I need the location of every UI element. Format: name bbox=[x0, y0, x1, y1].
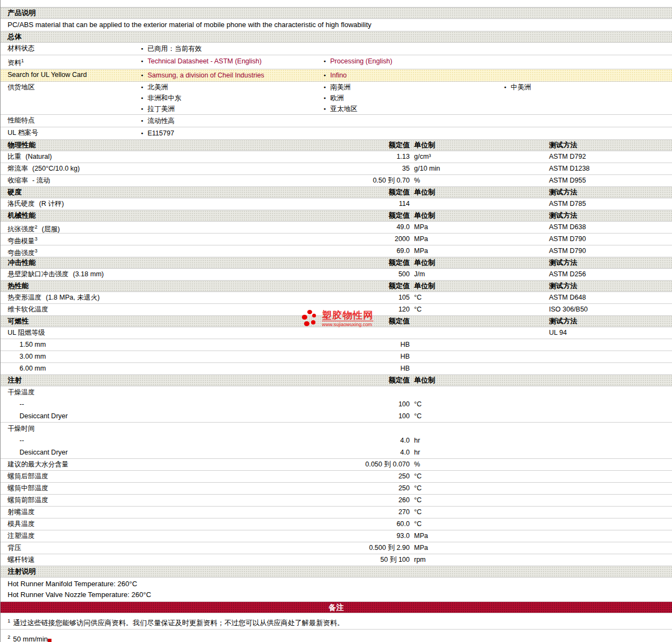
bullet-text: 流动性高 bbox=[147, 117, 175, 125]
bullet-text: E115797 bbox=[147, 129, 174, 137]
method-header bbox=[545, 375, 672, 386]
section-title: 机械性能 bbox=[1, 210, 345, 221]
rated-value-header: 额定值 bbox=[345, 140, 410, 151]
test-method: ASTM D648 bbox=[545, 292, 672, 303]
group-label-text: 干燥温度 bbox=[8, 388, 35, 396]
property-value: 0.50 到 0.70 bbox=[345, 175, 410, 186]
info-row: 材料状态已商用：当前有效 bbox=[1, 43, 672, 55]
property-label-text: 弯曲强度 bbox=[8, 249, 35, 257]
section-title-text: 冲击性能 bbox=[8, 258, 36, 267]
property-unit: °C bbox=[410, 304, 545, 315]
info-label: Search for UL Yellow Card bbox=[1, 69, 134, 81]
group-label-text: 干燥时间 bbox=[8, 425, 35, 432]
property-row: 螺筒后部温度250°C bbox=[1, 471, 672, 483]
infino-link[interactable]: Infino bbox=[330, 72, 347, 79]
property-unit: °C bbox=[410, 292, 545, 303]
bullet-item: 已商用：当前有效 bbox=[141, 43, 316, 55]
property-unit: g/cm³ bbox=[410, 151, 545, 163]
section-title-text: 注射 bbox=[8, 376, 22, 384]
logo-dots-icon bbox=[302, 310, 319, 328]
property-value: 93.0 bbox=[345, 530, 410, 542]
info-label: UL 档案号 bbox=[1, 127, 134, 139]
info-label: 性能特点 bbox=[1, 115, 134, 127]
property-value: 100 bbox=[345, 410, 410, 422]
property-unit: rpm bbox=[410, 554, 545, 566]
property-label-text: 射嘴温度 bbox=[8, 508, 35, 516]
columns-header: 物理性能额定值单位制测试方法 bbox=[1, 140, 672, 151]
unit-header: 单位制 bbox=[410, 140, 545, 151]
bullet-item: Processing (English) bbox=[324, 55, 497, 67]
test-method bbox=[545, 339, 672, 351]
property-label-text: 收缩率 bbox=[8, 177, 28, 184]
property-unit: MPa bbox=[410, 542, 545, 554]
property-label-text: 比重 bbox=[8, 153, 21, 160]
section-title-text: 可燃性 bbox=[8, 317, 29, 325]
property-note: (1.8 MPa, 未退火) bbox=[46, 294, 100, 301]
bullet-item: Samsung, a division of Cheil Industries bbox=[141, 69, 316, 81]
superscript-ref: 2 bbox=[35, 224, 37, 230]
property-subrow: --100°C bbox=[1, 398, 672, 410]
unit-header: 单位制 bbox=[410, 257, 545, 268]
property-label-text: -- bbox=[20, 437, 24, 444]
property-row: 洛氏硬度(R 计秤)114ASTM D785 bbox=[1, 198, 672, 210]
unit-header: 单位制 bbox=[410, 187, 545, 198]
property-unit: °C bbox=[410, 471, 545, 482]
property-value: 250 bbox=[345, 471, 410, 482]
property-row: 注塑温度93.0MPa bbox=[1, 530, 672, 542]
property-label: 1.50 mm bbox=[1, 339, 345, 351]
unit-header: 单位制 bbox=[410, 210, 545, 221]
footnote-row: 1通过这些链接您能够访问供应商资料。我们尽量保证及时更新资料；不过您可以从供应商… bbox=[1, 613, 672, 630]
property-label: 洛氏硬度(R 计秤) bbox=[1, 198, 345, 210]
info-label-text: UL 档案号 bbox=[8, 129, 38, 137]
property-note: - 流动 bbox=[33, 177, 50, 184]
test-method: UL 94 bbox=[545, 327, 672, 339]
bullet-column: 南美洲欧洲亚太地区 bbox=[316, 82, 497, 114]
note-line: Hot Runner Valve Nozzle Temperature: 260… bbox=[1, 589, 672, 600]
bullet-column: E115797 bbox=[134, 127, 316, 139]
property-unit: hr bbox=[410, 446, 545, 458]
section-header-product-description: 产品说明 bbox=[1, 8, 672, 19]
bullet-column: 已商用：当前有效 bbox=[134, 43, 316, 55]
note-line: Hot Runner Manifold Temperature: 260°C bbox=[1, 579, 672, 589]
columns-header: 机械性能额定值单位制测试方法 bbox=[1, 210, 672, 222]
property-row: 模具温度60.0°C bbox=[1, 518, 672, 530]
property-unit: hr bbox=[410, 435, 545, 446]
footnote-text: 通过这些链接您能够访问供应商资料。我们尽量保证及时更新资料；不过您可以从供应商处… bbox=[13, 619, 344, 627]
property-group: 干燥温度--100°CDesiccant Dryer100°C bbox=[1, 386, 672, 423]
property-value: 1.13 bbox=[345, 151, 410, 163]
info-row: UL 档案号E115797 bbox=[1, 127, 672, 140]
property-row: 3.00 mmHB bbox=[1, 351, 672, 363]
property-value: 35 bbox=[345, 163, 410, 174]
technical-datasheet-link[interactable]: Technical Datasheet - ASTM (English) bbox=[147, 57, 262, 65]
section-title-text: 物理性能 bbox=[8, 141, 36, 149]
property-label: -- bbox=[1, 398, 345, 410]
property-label-text: 3.00 mm bbox=[20, 353, 46, 360]
rated-value-header: 额定值 bbox=[345, 281, 410, 291]
property-value: HB bbox=[345, 339, 410, 351]
test-method: ASTM D785 bbox=[545, 198, 672, 210]
property-unit: MPa bbox=[410, 530, 545, 542]
property-value: 60.0 bbox=[345, 518, 410, 530]
property-value: 114 bbox=[345, 198, 410, 210]
property-label-text: 螺筒前部温度 bbox=[8, 496, 48, 504]
section-title-text: 硬度 bbox=[8, 188, 22, 196]
test-method bbox=[545, 410, 672, 422]
sujiaowuxing-logo: 塑胶物性网 www.sujiaowuxing.com bbox=[302, 310, 373, 328]
info-row: 资料1Technical Datasheet - ASTM (English)P… bbox=[1, 55, 672, 69]
method-header: 测试方法 bbox=[545, 281, 672, 291]
property-row: 弯曲强度369.0MPaASTM D790 bbox=[1, 245, 672, 257]
property-row: 螺筒前部温度260°C bbox=[1, 495, 672, 507]
property-label: 螺筒前部温度 bbox=[1, 495, 345, 506]
processing-link[interactable]: Processing (English) bbox=[330, 57, 392, 65]
property-group: 干燥时间--4.0hrDesiccant Dryer4.0hr bbox=[1, 423, 672, 459]
group-label: 干燥温度 bbox=[1, 386, 672, 398]
samsung-link[interactable]: Samsung, a division of Cheil Industries bbox=[147, 72, 264, 79]
section-title: 物理性能 bbox=[1, 140, 345, 151]
bullet-item: E115797 bbox=[141, 127, 316, 139]
property-unit: °C bbox=[410, 507, 545, 518]
property-label-text: -- bbox=[20, 400, 24, 408]
test-method bbox=[545, 507, 672, 518]
test-method bbox=[545, 351, 672, 362]
info-label-text: Search for UL Yellow Card bbox=[8, 71, 87, 79]
unit-header: 单位制 bbox=[410, 281, 545, 291]
